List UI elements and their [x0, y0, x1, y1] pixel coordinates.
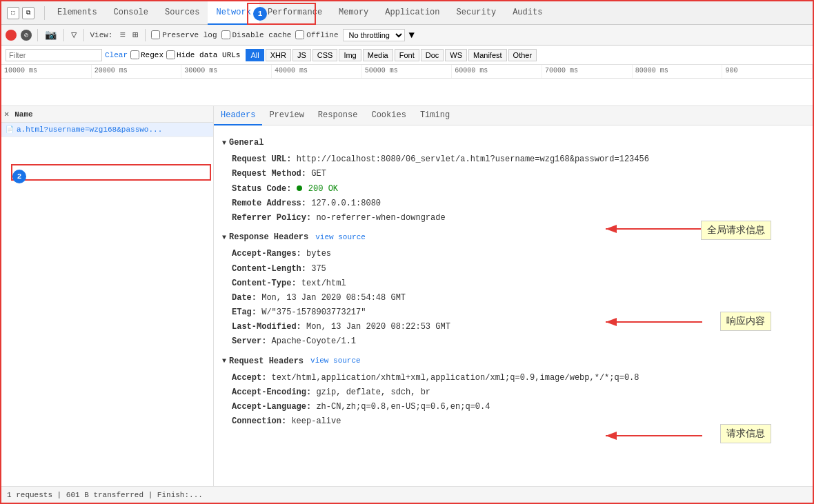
timeline-label-40000: 40000 ms [272, 65, 362, 78]
tab-timing[interactable]: Timing [413, 106, 457, 125]
response-content-annotation: 响应内容 [720, 312, 771, 331]
timeline-label-50000: 50000 ms [362, 65, 453, 78]
tab-memory[interactable]: Memory [330, 1, 377, 25]
tab-elements[interactable]: Elements [49, 1, 106, 25]
tab-network[interactable]: Network [208, 1, 259, 25]
timeline-label-60000: 60000 ms [452, 65, 542, 78]
filter-xhr[interactable]: XHR [266, 49, 291, 61]
tab-response[interactable]: Response [311, 106, 365, 125]
hide-data-urls-checkbox[interactable]: Hide data URLs [166, 50, 240, 59]
accept-encoding-row: Accept-Encoding: gzip, deflate, sdch, br [222, 385, 804, 400]
request-headers-section-title: Request Headers view source [222, 355, 804, 368]
timeline-label-20000: 20000 ms [92, 65, 182, 78]
cursor-icon[interactable]: ⬚ [7, 7, 19, 19]
timeline-labels: 10000 ms 20000 ms 30000 ms 40000 ms 5000… [1, 65, 813, 79]
general-section-title: General [222, 137, 804, 150]
preserve-log-checkbox[interactable]: Preserve log [151, 30, 217, 39]
record-button[interactable] [6, 30, 17, 41]
filter-doc[interactable]: Doc [421, 49, 444, 61]
list-view-icon[interactable]: ≡ [118, 30, 126, 41]
filter-other[interactable]: Other [508, 49, 537, 61]
tab-sources[interactable]: Sources [157, 1, 208, 25]
filter-icon[interactable]: ▽ [70, 29, 78, 41]
tab-application[interactable]: Application [377, 1, 448, 25]
timeline-label-80000: 80000 ms [633, 65, 723, 78]
filter-img[interactable]: Img [339, 49, 361, 61]
offline-input[interactable] [295, 30, 304, 39]
tab-performance[interactable]: Performance [259, 1, 330, 25]
badge-2: 2 [12, 170, 26, 183]
tab-cookies[interactable]: Cookies [364, 106, 413, 125]
throttle-dropdown-icon[interactable]: ▼ [409, 30, 415, 41]
tab-console[interactable]: Console [106, 1, 157, 25]
close-panel-button[interactable]: ✕ [4, 109, 9, 119]
tab-bar: ⬚ ⧉ Elements Console Sources Network Per… [1, 1, 813, 25]
toolbar-separator-4 [145, 29, 146, 41]
regex-checkbox[interactable]: Regex [130, 50, 163, 59]
dock-icon[interactable]: ⧉ [22, 7, 34, 19]
accept-row: Accept: text/html,application/xhtml+xml,… [222, 371, 804, 385]
view-label: View: [90, 31, 112, 39]
request-url-row: Request URL: http://localhost:8080/06_se… [222, 152, 804, 167]
grid-view-icon[interactable]: ⊞ [131, 29, 139, 41]
file-icon: 📄 [6, 125, 14, 134]
timeline-label-900: 900 [722, 65, 813, 78]
disable-cache-input[interactable] [221, 30, 230, 39]
tab-security[interactable]: Security [448, 1, 505, 25]
timeline-label-70000: 70000 ms [542, 65, 633, 78]
filter-manifest[interactable]: Manifest [468, 49, 507, 61]
filter-clear-button[interactable]: Clear [105, 51, 128, 59]
headers-tabs: Headers Preview Response Cookies Timing [214, 106, 813, 125]
headers-content: General Request URL: http://localhost:80… [214, 125, 813, 435]
tab-preview[interactable]: Preview [262, 106, 310, 125]
date-row: Date: Mon, 13 Jan 2020 08:54:48 GMT [222, 291, 804, 305]
preserve-log-input[interactable] [151, 30, 160, 39]
timeline: 10000 ms 20000 ms 30000 ms 40000 ms 5000… [1, 65, 813, 106]
clear-button[interactable]: ⊘ [21, 30, 32, 41]
request-item-name: a.html?username=wzg168&passwo... [17, 125, 162, 134]
main-area: ✕ Name 📄 a.html?username=wzg168&passwo..… [1, 106, 813, 489]
request-item[interactable]: 📄 a.html?username=wzg168&passwo... [1, 123, 213, 137]
filter-media[interactable]: Media [363, 49, 393, 61]
accept-language-row: Accept-Language: zh-CN,zh;q=0.8,en-US;q=… [222, 400, 804, 414]
filter-font[interactable]: Font [395, 49, 419, 61]
filter-type-buttons: All XHR JS CSS Img Media Font Doc WS Man… [246, 49, 537, 61]
request-method-row: Request Method: GET [222, 167, 804, 181]
filter-input[interactable] [6, 49, 102, 61]
devtools-icons: ⬚ ⧉ [7, 7, 34, 19]
disable-cache-checkbox[interactable]: Disable cache [221, 30, 292, 39]
filter-all[interactable]: All [246, 49, 264, 61]
global-request-annotation: 全局请求信息 [701, 221, 771, 240]
status-dot [297, 185, 302, 191]
timeline-area [1, 79, 813, 106]
timeline-label-10000: 10000 ms [1, 65, 92, 78]
response-view-source[interactable]: view source [315, 232, 366, 244]
throttle-select[interactable]: No throttling [343, 29, 405, 41]
content-length-row: Content-Length: 375 [222, 262, 804, 276]
content-type-row: Content-Type: text/html [222, 276, 804, 291]
toolbar-separator-2 [63, 29, 64, 41]
tab-headers[interactable]: Headers [214, 106, 262, 125]
filter-ws[interactable]: WS [445, 49, 467, 61]
filter-css[interactable]: CSS [312, 49, 338, 61]
tab-separator [44, 6, 45, 20]
connection-row: Connection: keep-alive [222, 414, 804, 429]
etag-row: ETag: W/"375-1578903773217" [222, 305, 804, 320]
status-bar: 1 requests | 601 B transferred | Finish:… [1, 486, 813, 503]
request-info-annotation: 请求信息 [720, 424, 771, 443]
badge-1: 1 [253, 7, 267, 21]
remote-address-row: Remote Address: 127.0.0.1:8080 [222, 196, 804, 211]
status-code-row: Status Code: 200 OK [222, 182, 804, 196]
filter-js[interactable]: JS [292, 49, 311, 61]
request-list-header: ✕ Name [1, 106, 213, 123]
camera-icon[interactable]: 📷 [43, 29, 58, 41]
offline-checkbox[interactable]: Offline [295, 30, 338, 39]
status-text: 1 requests | 601 B transferred | Finish:… [7, 491, 203, 499]
request-view-source[interactable]: view source [310, 355, 361, 367]
accept-ranges-row: Accept-Ranges: bytes [222, 247, 804, 261]
tab-audits[interactable]: Audits [504, 1, 550, 25]
request-list: ✕ Name 📄 a.html?username=wzg168&passwo..… [1, 106, 214, 489]
toolbar-separator-1 [37, 29, 38, 41]
filter-row: Clear Regex Hide data URLs All XHR JS CS… [1, 46, 813, 65]
timeline-label-30000: 30000 ms [181, 65, 272, 78]
